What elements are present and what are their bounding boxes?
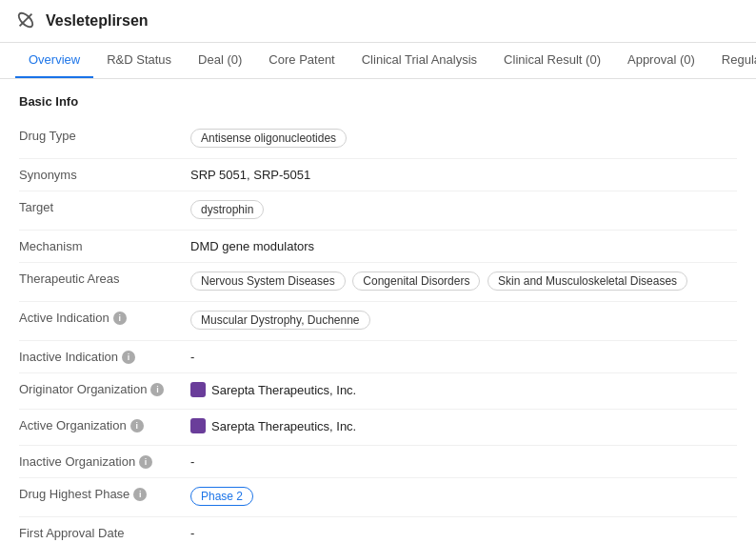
tab-core-patent[interactable]: Core Patent — [255, 43, 348, 78]
tab-clinical-result[interactable]: Clinical Result (0) — [490, 43, 614, 78]
originator-org-icon — [190, 382, 206, 397]
originator-org-badge: Sarepta Therapeutics, Inc. — [190, 382, 356, 397]
active-org-info-icon[interactable]: i — [130, 419, 144, 432]
inactive-indication-value: - — [190, 350, 737, 364]
inactive-org-label: Inactive Organization i — [19, 454, 190, 469]
target-tag[interactable]: dystrophin — [190, 200, 264, 219]
inactive-org-info-icon[interactable]: i — [139, 455, 152, 469]
active-org-row: Active Organization i Sarepta Therapeuti… — [19, 410, 737, 446]
content-area: Basic Info Drug Type Antisense oligonucl… — [0, 79, 756, 543]
active-indication-value: Muscular Dystrophy, Duchenne — [190, 311, 737, 332]
target-label: Target — [19, 200, 190, 214]
nav-tabs: Overview R&D Status Deal (0) Core Patent… — [0, 43, 756, 79]
drug-highest-phase-label: Drug Highest Phase i — [19, 487, 190, 501]
app-title: Vesleteplirsen — [46, 12, 149, 30]
inactive-org-value: - — [190, 454, 737, 469]
drug-highest-phase-row: Drug Highest Phase i Phase 2 — [19, 478, 737, 517]
synonyms-row: Synonyms SRP 5051, SRP-5051 — [19, 159, 737, 191]
active-indication-row: Active Indication i Muscular Dystrophy, … — [19, 302, 737, 341]
mechanism-row: Mechanism DMD gene modulators — [19, 231, 737, 263]
inactive-indication-label: Inactive Indication i — [19, 350, 190, 364]
active-indication-tag[interactable]: Muscular Dystrophy, Duchenne — [190, 311, 370, 330]
tab-overview[interactable]: Overview — [15, 43, 93, 78]
first-approval-date-value: - — [190, 526, 737, 540]
drug-type-row: Drug Type Antisense oligonucleotides — [19, 120, 737, 159]
app-header: Vesleteplirsen — [0, 0, 756, 43]
tab-clinical-trial[interactable]: Clinical Trial Analysis — [348, 43, 490, 78]
originator-org-value: Sarepta Therapeutics, Inc. — [190, 382, 737, 400]
tab-approval[interactable]: Approval (0) — [614, 43, 708, 78]
originator-org-name[interactable]: Sarepta Therapeutics, Inc. — [211, 383, 356, 397]
drug-highest-phase-value: Phase 2 — [190, 487, 737, 508]
drug-highest-phase-info-icon[interactable]: i — [133, 488, 147, 501]
originator-org-info-icon[interactable]: i — [150, 383, 164, 396]
active-indication-info-icon[interactable]: i — [113, 312, 127, 325]
synonyms-label: Synonyms — [19, 168, 190, 182]
tab-regulation[interactable]: Regulation (0) — [708, 43, 756, 78]
drug-type-value: Antisense oligonucleotides — [190, 129, 737, 150]
first-approval-date-row: First Approval Date - — [19, 517, 737, 543]
active-org-name[interactable]: Sarepta Therapeutics, Inc. — [211, 419, 356, 433]
mechanism-value: DMD gene modulators — [190, 239, 737, 253]
originator-org-row: Originator Organization i Sarepta Therap… — [19, 373, 737, 410]
active-org-badge: Sarepta Therapeutics, Inc. — [190, 418, 356, 433]
therapeutic-areas-label: Therapeutic Areas — [19, 272, 190, 286]
therapeutic-areas-row: Therapeutic Areas Nervous System Disease… — [19, 263, 737, 302]
mechanism-label: Mechanism — [19, 239, 190, 253]
therapeutic-tag-1[interactable]: Congenital Disorders — [352, 272, 480, 291]
drug-highest-phase-tag[interactable]: Phase 2 — [190, 487, 253, 506]
first-approval-date-label: First Approval Date — [19, 526, 190, 540]
active-org-value: Sarepta Therapeutics, Inc. — [190, 418, 737, 436]
inactive-indication-row: Inactive Indication i - — [19, 341, 737, 373]
active-org-icon — [190, 418, 206, 433]
target-row: Target dystrophin — [19, 191, 737, 231]
target-value: dystrophin — [190, 200, 737, 221]
inactive-indication-info-icon[interactable]: i — [122, 351, 135, 364]
svg-line-1 — [20, 14, 32, 27]
synonyms-value: SRP 5051, SRP-5051 — [190, 168, 737, 182]
drug-type-label: Drug Type — [19, 129, 190, 143]
drug-type-tag[interactable]: Antisense oligonucleotides — [190, 129, 347, 148]
therapeutic-tag-0[interactable]: Nervous System Diseases — [190, 272, 346, 291]
inactive-org-row: Inactive Organization i - — [19, 446, 737, 478]
therapeutic-tag-2[interactable]: Skin and Musculoskeletal Diseases — [487, 272, 687, 291]
app-icon — [15, 10, 38, 32]
section-title: Basic Info — [19, 94, 737, 109]
tab-deal[interactable]: Deal (0) — [185, 43, 255, 78]
active-indication-label: Active Indication i — [19, 311, 190, 325]
active-org-label: Active Organization i — [19, 418, 190, 432]
therapeutic-areas-value: Nervous System Diseases Congenital Disor… — [190, 272, 737, 292]
originator-org-label: Originator Organization i — [19, 382, 190, 396]
tab-rd-status[interactable]: R&D Status — [93, 43, 185, 78]
